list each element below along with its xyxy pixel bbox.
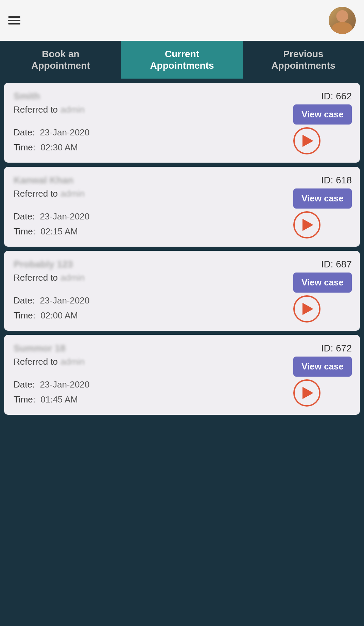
play-icon [302, 387, 313, 399]
appointment-card: Summor 18 ID: 672 Referred to admin View… [4, 335, 360, 415]
date-value: 23-Jan-2020 [40, 379, 89, 390]
referred-label-text: Referred to [14, 104, 58, 115]
patient-name: Kanwal Khan [14, 175, 288, 186]
play-button[interactable] [293, 379, 320, 407]
referred-name: admin [60, 188, 85, 199]
play-icon [302, 135, 313, 147]
date-value: 23-Jan-2020 [40, 295, 89, 306]
view-case-button[interactable]: View case [293, 188, 352, 209]
appointment-time: Time: 01:45 AM [14, 394, 288, 405]
tab-bar: Book anAppointment CurrentAppointments P… [0, 41, 364, 79]
appointment-card: Smith ID: 662 Referred to admin View cas… [4, 83, 360, 163]
patient-name: Probably 123 [14, 259, 288, 270]
date-value: 23-Jan-2020 [40, 127, 89, 137]
time-value: 02:30 AM [40, 142, 78, 152]
date-value: 23-Jan-2020 [40, 211, 89, 221]
tab-previous-appointments[interactable]: PreviousAppointments [243, 41, 364, 79]
appointment-date: Date: 23-Jan-2020 [14, 211, 288, 222]
avatar-image [329, 7, 356, 34]
play-icon [302, 303, 313, 315]
tab-book-appointment[interactable]: Book anAppointment [0, 41, 121, 79]
time-value: 02:15 AM [40, 226, 78, 236]
appointment-id: ID: 672 [293, 343, 352, 354]
referred-label-text: Referred to [14, 273, 58, 283]
play-button[interactable] [293, 127, 320, 154]
avatar[interactable] [329, 7, 356, 34]
referred-to-label: Referred to admin [14, 273, 288, 283]
appointment-card: Kanwal Khan ID: 618 Referred to admin Vi… [4, 167, 360, 247]
view-case-button[interactable]: View case [293, 104, 352, 125]
referred-name: admin [60, 357, 85, 367]
appointments-list: Smith ID: 662 Referred to admin View cas… [0, 79, 364, 419]
appointment-date: Date: 23-Jan-2020 [14, 127, 288, 138]
appointment-date: Date: 23-Jan-2020 [14, 379, 288, 390]
menu-icon[interactable] [8, 16, 20, 24]
appointment-card: Probably 123 ID: 687 Referred to admin V… [4, 251, 360, 331]
view-case-button[interactable]: View case [293, 273, 352, 293]
appointment-date: Date: 23-Jan-2020 [14, 295, 288, 306]
header [0, 0, 364, 41]
appointment-id: ID: 662 [293, 91, 352, 102]
referred-name: admin [60, 273, 85, 283]
play-button[interactable] [293, 211, 320, 238]
patient-name: Smith [14, 91, 288, 102]
time-value: 01:45 AM [40, 394, 78, 405]
patient-name: Summor 18 [14, 343, 288, 354]
referred-label-text: Referred to [14, 188, 58, 199]
appointment-time: Time: 02:15 AM [14, 226, 288, 237]
appointment-time: Time: 02:00 AM [14, 310, 288, 321]
play-button[interactable] [293, 295, 320, 323]
referred-to-label: Referred to admin [14, 188, 288, 199]
appointment-time: Time: 02:30 AM [14, 142, 288, 153]
referred-name: admin [60, 104, 85, 115]
appointment-id: ID: 687 [293, 259, 352, 270]
view-case-button[interactable]: View case [293, 357, 352, 377]
referred-to-label: Referred to admin [14, 104, 288, 115]
play-icon [302, 219, 313, 231]
referred-label-text: Referred to [14, 357, 58, 367]
referred-to-label: Referred to admin [14, 357, 288, 367]
appointment-id: ID: 618 [293, 175, 352, 186]
tab-current-appointments[interactable]: CurrentAppointments [121, 41, 243, 79]
time-value: 02:00 AM [40, 310, 78, 320]
